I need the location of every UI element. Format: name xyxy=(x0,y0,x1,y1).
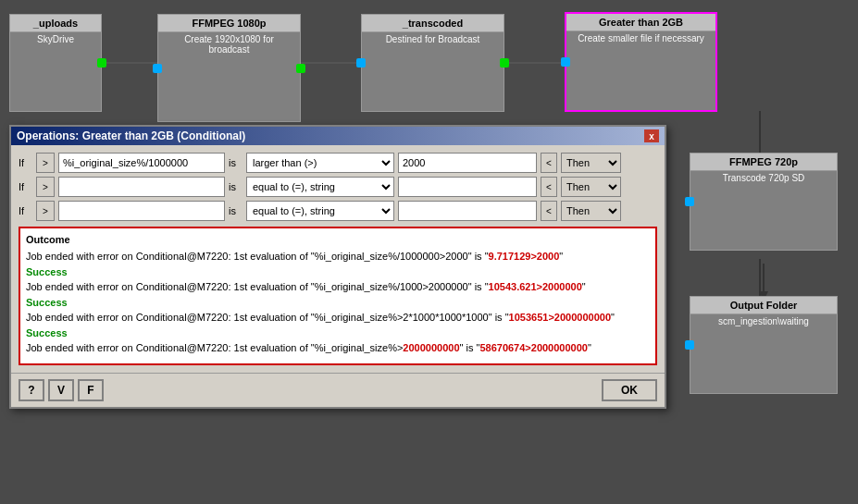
condition-row-3: If > is equal to (=), string larger than… xyxy=(19,201,657,221)
node-transcoded-body xyxy=(362,46,504,111)
node-transcoded[interactable]: _transcoded Destined for Broadcast xyxy=(361,14,504,112)
node-greater2gb-subtitle: Create smaller file if necessary xyxy=(566,31,715,45)
node-transcoded-title: _transcoded xyxy=(362,15,504,32)
cond-chevron-2[interactable]: > xyxy=(36,177,55,197)
node-output-connector-left[interactable] xyxy=(685,340,694,350)
cond-compare-2[interactable]: equal to (=), string larger than (>) xyxy=(246,177,394,197)
condition-row-2: If > is equal to (=), string larger than… xyxy=(19,177,657,197)
node-ffmpeg720[interactable]: FFMPEG 720p Transcode 720p SD xyxy=(690,153,838,251)
outcome-line-6: Success xyxy=(26,326,650,341)
node-ffmpeg720-body xyxy=(690,185,837,250)
then-select-1[interactable]: Then Else xyxy=(561,153,621,173)
condition-row-1: If > is larger than (>) equal to (=), st… xyxy=(19,153,657,173)
highlight-1: 9.717129>2000 xyxy=(489,251,560,262)
node-ffmpeg1080-connector-left[interactable] xyxy=(153,64,162,73)
node-greater2gb-connector-left[interactable] xyxy=(561,57,570,67)
cond-is-label-3: is xyxy=(229,205,242,216)
node-greater2gb-body xyxy=(566,45,715,110)
outcome-line-4: Success xyxy=(26,295,650,311)
node-output-folder[interactable]: Output Folder scm_ingestion\waiting xyxy=(690,296,838,394)
outcome-title: Outcome xyxy=(26,234,650,245)
cond-if-label-2: If xyxy=(19,181,32,192)
help-button[interactable]: ? xyxy=(19,379,44,401)
outcome-line-5: Job ended with error on Conditional@M722… xyxy=(26,310,650,326)
node-uploads[interactable]: _uploads SkyDrive xyxy=(9,14,102,112)
node-ffmpeg720-connector-left[interactable] xyxy=(685,197,694,206)
dialog-title: Operations: Greater than 2GB (Conditiona… xyxy=(17,129,245,142)
f-button[interactable]: F xyxy=(78,379,104,401)
cond-is-label-1: is xyxy=(229,157,242,168)
cond-compare-1[interactable]: larger than (>) equal to (=), string les… xyxy=(246,153,394,173)
then-select-2[interactable]: Then Else xyxy=(561,177,621,197)
outcome-text: Job ended with error on Conditional@M722… xyxy=(26,249,650,356)
cond-chevron-1[interactable]: > xyxy=(36,153,55,173)
cond-compare-3[interactable]: equal to (=), string larger than (>) xyxy=(246,201,394,221)
node-ffmpeg720-title: FFMPEG 720p xyxy=(690,154,837,171)
cond-if-label-3: If xyxy=(19,205,32,216)
node-ffmpeg1080[interactable]: FFMPEG 1080p Create 1920x1080 for broadc… xyxy=(157,14,301,122)
cond-if-label-1: If xyxy=(19,157,32,168)
node-ffmpeg1080-subtitle: Create 1920x1080 for broadcast xyxy=(158,32,300,56)
cond-right-btn-3[interactable]: < xyxy=(541,201,557,221)
cond-chevron-3[interactable]: > xyxy=(36,201,55,221)
outcome-line-1: Job ended with error on Conditional@M722… xyxy=(26,249,650,264)
cond-is-label-2: is xyxy=(229,181,242,192)
outcome-line-3: Job ended with error on Conditional@M722… xyxy=(26,279,650,295)
cond-number-3[interactable] xyxy=(398,201,537,221)
node-ffmpeg1080-connector-right[interactable] xyxy=(296,64,305,73)
node-ffmpeg1080-title: FFMPEG 1080p xyxy=(158,15,300,32)
cond-input-2[interactable] xyxy=(58,177,225,197)
cond-input-1[interactable] xyxy=(58,153,225,173)
dialog-close-button[interactable]: x xyxy=(644,129,659,142)
node-output-body xyxy=(690,328,837,393)
cond-right-btn-2[interactable]: < xyxy=(541,177,557,197)
dialog-body: If > is larger than (>) equal to (=), st… xyxy=(11,145,665,373)
highlight-2: 10543.621>2000000 xyxy=(489,281,582,292)
then-select-3[interactable]: Then Else xyxy=(561,201,621,221)
highlight-3: 1053651>2000000000 xyxy=(509,312,611,323)
footer-left-buttons: ? V F xyxy=(19,379,104,401)
v-button[interactable]: V xyxy=(48,379,74,401)
outcome-line-2: Success xyxy=(26,264,650,280)
dialog-titlebar: Operations: Greater than 2GB (Conditiona… xyxy=(11,127,665,145)
node-ffmpeg720-subtitle: Transcode 720p SD xyxy=(690,171,837,185)
dialog-footer: ? V F OK xyxy=(11,373,665,407)
ok-button[interactable]: OK xyxy=(602,379,657,401)
node-output-subtitle: scm_ingestion\waiting xyxy=(690,314,837,328)
cond-number-1[interactable] xyxy=(398,153,537,173)
outcome-line-7: Job ended with error on Conditional@M722… xyxy=(26,340,650,356)
node-transcoded-connector-right[interactable] xyxy=(500,58,509,68)
node-transcoded-connector-left[interactable] xyxy=(356,58,366,68)
highlight-4a: 2000000000 xyxy=(403,342,459,353)
node-uploads-connector-right[interactable] xyxy=(97,58,106,68)
node-output-title: Output Folder xyxy=(690,297,837,314)
node-ffmpeg1080-body xyxy=(158,56,300,121)
node-transcoded-subtitle: Destined for Broadcast xyxy=(362,32,504,46)
dialog-operations: Operations: Greater than 2GB (Conditiona… xyxy=(9,125,666,409)
node-greater2gb[interactable]: Greater than 2GB Create smaller file if … xyxy=(565,12,717,112)
outcome-box[interactable]: Outcome Job ended with error on Conditio… xyxy=(19,227,657,365)
node-greater2gb-title: Greater than 2GB xyxy=(566,14,715,31)
cond-input-3[interactable] xyxy=(58,201,225,221)
node-uploads-title: _uploads xyxy=(10,15,101,32)
cond-right-btn-1[interactable]: < xyxy=(541,153,557,173)
highlight-4b: 58670674>2000000000 xyxy=(479,342,588,353)
node-uploads-subtitle: SkyDrive xyxy=(10,32,101,46)
cond-number-2[interactable] xyxy=(398,177,537,197)
node-uploads-body xyxy=(10,46,101,111)
